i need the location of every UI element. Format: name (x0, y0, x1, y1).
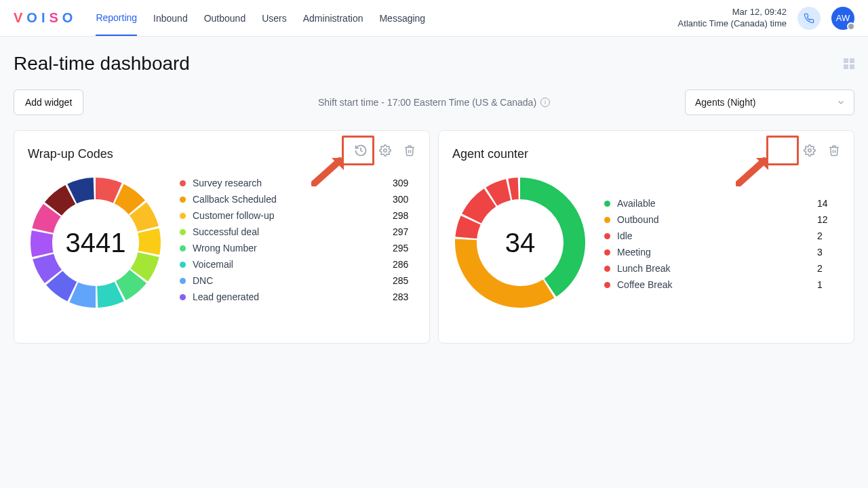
legend-dot-icon (604, 266, 610, 272)
legend-label: Lead generated (193, 291, 389, 302)
legend-label: Idle (617, 230, 813, 241)
legend-row: Customer follow-up 298 (180, 207, 416, 224)
settings-button[interactable] (375, 140, 395, 161)
legend-dot-icon (180, 229, 186, 235)
legend-value: 2 (813, 263, 840, 274)
legend-row: Meeting 3 (604, 244, 840, 260)
svg-point-0 (384, 149, 387, 152)
nav-inbound[interactable]: Inbound (153, 1, 188, 35)
layout-grid-button[interactable] (844, 58, 854, 69)
shift-start-text: Shift start time - 17:00 Eastern Time (U… (318, 97, 550, 108)
legend-row: Lead generated 283 (180, 289, 416, 305)
legend-row: DNC 285 (180, 272, 416, 289)
legend-dot-icon (180, 245, 186, 251)
legend-row: Callback Scheduled 300 (180, 191, 416, 207)
legend-row: Wrong Number 295 (180, 240, 416, 256)
legend-dot-icon (604, 233, 610, 239)
user-avatar[interactable]: AW (831, 7, 854, 30)
nav-outbound[interactable]: Outbound (204, 1, 246, 35)
svg-point-1 (808, 149, 812, 152)
legend-row: Outbound 12 (604, 211, 840, 228)
legend-value: 298 (389, 210, 416, 221)
logo: V O I S O (14, 10, 75, 26)
legend-row: Voicemail 286 (180, 256, 416, 272)
nav-reporting[interactable]: Reporting (96, 1, 137, 36)
gear-icon (379, 144, 391, 157)
card-actions (800, 140, 844, 161)
agent-total: 34 (452, 175, 588, 310)
legend-label: Meeting (617, 247, 813, 258)
legend-label: Callback Scheduled (193, 194, 389, 205)
wrapup-legend: Survey research 309 Callback Scheduled 3… (180, 175, 416, 305)
phone-icon (804, 13, 814, 24)
trash-icon (828, 144, 840, 157)
gear-icon (804, 144, 816, 157)
dialer-button[interactable] (797, 7, 821, 30)
legend-dot-icon (604, 201, 610, 207)
legend-label: Successful deal (193, 226, 389, 237)
legend-dot-icon (180, 213, 186, 219)
legend-value: 300 (389, 194, 416, 205)
agent-donut-chart: 34 (452, 175, 588, 310)
legend-value: 3 (813, 247, 840, 258)
wrapup-donut-chart: 3441 (28, 175, 163, 310)
legend-label: Outbound (617, 214, 813, 225)
datetime-display: Mar 12, 09:42 Atlantic Time (Canada) tim… (678, 7, 787, 30)
legend-value: 2 (813, 230, 840, 241)
legend-dot-icon (604, 217, 610, 223)
legend-row: Available 14 (604, 195, 840, 211)
top-bar: V O I S O Reporting Inbound Outbound Use… (0, 0, 868, 37)
settings-button[interactable] (800, 140, 820, 161)
select-value: Agents (Night) (695, 97, 755, 108)
legend-dot-icon (180, 197, 186, 203)
legend-value: 12 (813, 214, 840, 225)
widgets-grid: Wrap-up Codes 3 (14, 130, 854, 344)
legend-row: Coffee Break 1 (604, 277, 840, 293)
delete-button[interactable] (824, 140, 844, 161)
info-icon[interactable]: i (540, 98, 550, 107)
legend-label: Wrong Number (193, 243, 389, 253)
legend-value: 1 (813, 279, 840, 290)
legend-label: Survey research (193, 178, 389, 188)
main-nav: Reporting Inbound Outbound Users Adminis… (96, 1, 425, 36)
legend-row: Idle 2 (604, 228, 840, 244)
legend-label: DNC (193, 275, 389, 286)
nav-administration[interactable]: Administration (303, 1, 363, 35)
nav-users[interactable]: Users (262, 1, 287, 35)
trash-icon (403, 144, 416, 157)
legend-label: Coffee Break (617, 279, 813, 290)
legend-row: Lunch Break 2 (604, 260, 840, 277)
legend-label: Customer follow-up (193, 210, 389, 221)
chevron-down-icon (836, 98, 846, 107)
grid-icon (844, 58, 854, 69)
legend-value: 297 (389, 226, 416, 237)
legend-value: 285 (389, 275, 416, 286)
legend-dot-icon (180, 278, 186, 284)
wrapup-codes-card: Wrap-up Codes 3 (14, 130, 430, 344)
legend-label: Available (617, 198, 813, 209)
legend-label: Lunch Break (617, 263, 813, 274)
page-title: Real-time dashboard (14, 53, 190, 75)
legend-row: Survey research 309 (180, 175, 416, 191)
legend-label: Voicemail (193, 259, 389, 270)
nav-messaging[interactable]: Messaging (379, 1, 425, 35)
page-body: Real-time dashboard Add widget Shift sta… (0, 37, 868, 360)
agents-select[interactable]: Agents (Night) (685, 89, 854, 115)
annotation-arrow-icon (736, 155, 774, 186)
delete-button[interactable] (399, 140, 420, 161)
legend-value: 286 (389, 259, 416, 270)
legend-value: 14 (813, 198, 840, 209)
add-widget-button[interactable]: Add widget (14, 89, 83, 115)
agent-counter-card: Agent counter 34 (438, 130, 854, 344)
legend-value: 295 (389, 243, 416, 253)
agent-legend: Available 14 Outbound 12 Idle 2 Meeting … (604, 175, 840, 293)
legend-value: 309 (389, 178, 416, 188)
legend-dot-icon (604, 249, 610, 256)
legend-value: 283 (389, 291, 416, 302)
legend-dot-icon (180, 180, 186, 186)
legend-dot-icon (180, 262, 186, 268)
legend-row: Successful deal 297 (180, 224, 416, 240)
wrapup-total: 3441 (28, 175, 163, 310)
legend-dot-icon (180, 294, 186, 300)
legend-dot-icon (604, 282, 610, 288)
